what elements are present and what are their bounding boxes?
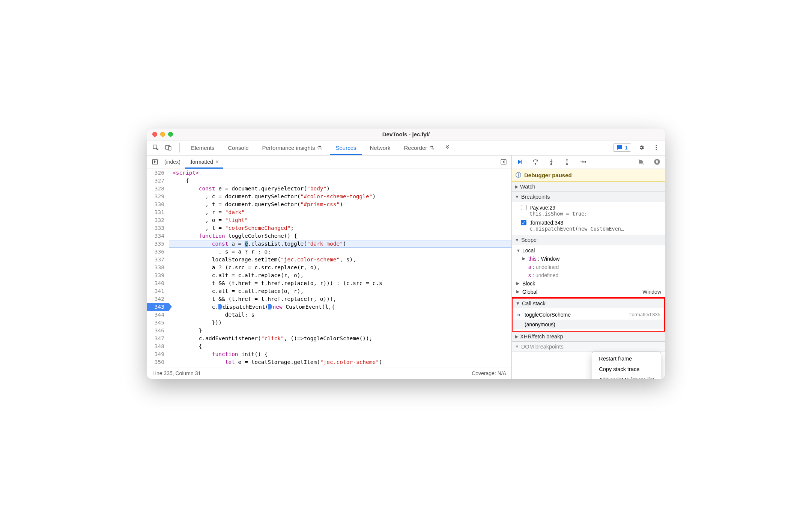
line-number[interactable]: 340 xyxy=(147,279,169,287)
navigator-toggle-icon[interactable] xyxy=(150,157,160,167)
file-tab-formatted[interactable]: :formatted × xyxy=(185,155,223,169)
line-number[interactable]: 330 xyxy=(147,201,169,208)
context-copy-stack-trace[interactable]: Copy stack trace xyxy=(592,364,661,374)
section-header-callstack[interactable]: ▼Call stack xyxy=(513,299,664,308)
code-line[interactable]: 343 c.dispatchEvent(new CustomEvent(l,{ xyxy=(147,303,511,311)
line-number[interactable]: 338 xyxy=(147,264,169,272)
code-line[interactable]: 331 , r = "dark" xyxy=(147,208,511,216)
section-header-breakpoints[interactable]: ▼Breakpoints xyxy=(512,192,665,202)
line-number[interactable]: 328 xyxy=(147,185,169,193)
section-header-xhr[interactable]: ▶XHR/fetch breakp xyxy=(512,332,665,341)
line-number[interactable]: 331 xyxy=(147,208,169,216)
step-out-icon[interactable] xyxy=(562,157,572,167)
line-number[interactable]: 326 xyxy=(147,169,169,177)
line-number[interactable]: 346 xyxy=(147,327,169,335)
line-number[interactable]: 332 xyxy=(147,216,169,224)
code-editor[interactable]: 326<script>327 {328 const e = document.q… xyxy=(147,169,511,368)
scope-block[interactable]: ▶Block xyxy=(512,279,665,288)
code-line[interactable]: 339 c.alt = c.alt.replace(r, o), xyxy=(147,272,511,279)
section-header-watch[interactable]: ▶Watch xyxy=(512,182,665,192)
breakpoint-item[interactable]: Pay.vue:29this.isShow = true; xyxy=(512,203,665,218)
line-number[interactable]: 349 xyxy=(147,350,169,358)
line-number[interactable]: 337 xyxy=(147,256,169,264)
kebab-menu-icon[interactable] xyxy=(651,143,661,152)
more-files-icon[interactable] xyxy=(499,157,508,167)
context-add-ignore-list[interactable]: Add script to ignore list xyxy=(592,374,661,379)
code-line[interactable]: 328 const e = document.querySelector("bo… xyxy=(147,185,511,193)
tab-recorder[interactable]: Recorder ⚗ xyxy=(399,140,440,155)
code-line[interactable]: 338 a ? (c.src = c.src.replace(r, o), xyxy=(147,264,511,272)
pause-exceptions-icon[interactable] xyxy=(652,157,662,167)
inspect-element-icon[interactable] xyxy=(151,143,161,152)
line-number[interactable]: 347 xyxy=(147,335,169,343)
settings-icon[interactable] xyxy=(636,143,646,152)
line-number[interactable]: 341 xyxy=(147,287,169,295)
code-line[interactable]: 348 { xyxy=(147,343,511,350)
code-line[interactable]: 350 let e = localStorage.getItem("jec.co… xyxy=(147,358,511,366)
code-line[interactable]: 333 , l = "colorSchemeChanged"; xyxy=(147,224,511,232)
line-number[interactable]: 329 xyxy=(147,193,169,201)
line-number[interactable]: 345 xyxy=(147,319,169,327)
tab-network[interactable]: Network xyxy=(365,140,396,155)
code-line[interactable]: 344 detail: s xyxy=(147,311,511,319)
code-line[interactable]: 341 c.alt = c.alt.replace(o, r), xyxy=(147,287,511,295)
line-number[interactable]: 339 xyxy=(147,272,169,279)
code-line[interactable]: 345 })) xyxy=(147,319,511,327)
step-over-icon[interactable] xyxy=(531,157,540,167)
line-number[interactable]: 336 xyxy=(147,248,169,256)
line-number[interactable]: 327 xyxy=(147,177,169,185)
section-header-dom[interactable]: ▼DOM breakpoints xyxy=(512,342,665,352)
close-window-button[interactable] xyxy=(152,132,157,137)
code-line[interactable]: 346 } xyxy=(147,327,511,335)
device-toggle-icon[interactable] xyxy=(164,143,173,152)
code-line[interactable]: 329 , c = document.querySelector("#color… xyxy=(147,193,511,201)
breakpoint-item[interactable]: ✓:formatted:343c.dispatchEvent(new Custo… xyxy=(512,218,665,233)
code-line[interactable]: 335 const a = e.classList.toggle("dark-m… xyxy=(147,240,511,248)
line-number[interactable]: 343 xyxy=(147,303,169,311)
tab-console[interactable]: Console xyxy=(223,140,254,155)
checkbox-icon[interactable]: ✓ xyxy=(521,220,526,225)
tab-elements[interactable]: Elements xyxy=(186,140,220,155)
resume-icon[interactable] xyxy=(515,157,525,167)
line-number[interactable]: 344 xyxy=(147,311,169,319)
section-header-scope[interactable]: ▼Scope xyxy=(512,235,665,245)
line-number[interactable]: 348 xyxy=(147,343,169,350)
line-number[interactable]: 351 xyxy=(147,366,169,368)
tab-sources[interactable]: Sources xyxy=(330,140,361,155)
scope-global[interactable]: ▶GlobalWindow xyxy=(512,288,665,296)
code-line[interactable]: 327 { xyxy=(147,177,511,185)
code-line[interactable]: 336 , s = a ? r : o; xyxy=(147,248,511,256)
code-line[interactable]: 349 function init() { xyxy=(147,350,511,358)
more-tabs-icon[interactable] xyxy=(442,143,452,152)
issues-badge[interactable]: 1 xyxy=(613,143,631,152)
code-line[interactable]: 340 t && (t.href = t.href.replace(o, r))… xyxy=(147,279,511,287)
maximize-window-button[interactable] xyxy=(168,132,173,137)
code-line[interactable]: 347 c.addEventListener("click", ()=>togg… xyxy=(147,335,511,343)
context-restart-frame[interactable]: Restart frame xyxy=(592,353,661,364)
checkbox-icon[interactable] xyxy=(521,205,526,210)
scope-local[interactable]: ▼Local xyxy=(512,246,665,255)
line-number[interactable]: 334 xyxy=(147,232,169,240)
callstack-frame[interactable]: ➔toggleColorScheme:formatted:335 xyxy=(513,310,664,320)
step-icon[interactable] xyxy=(578,157,588,167)
line-number[interactable]: 350 xyxy=(147,358,169,366)
scope-variable[interactable]: a: undefined xyxy=(512,263,665,271)
code-line[interactable]: 330 , t = document.querySelector("#prism… xyxy=(147,201,511,208)
code-line[interactable]: 351 e = !e && matchMedia && matchMedia("… xyxy=(147,366,511,368)
tab-performance-insights[interactable]: Performance insights ⚗ xyxy=(257,140,328,155)
code-line[interactable]: 342 t && (t.href = t.href.replace(r, o))… xyxy=(147,295,511,303)
scope-this[interactable]: ▶this: Window xyxy=(512,255,665,263)
line-number[interactable]: 333 xyxy=(147,224,169,232)
code-line[interactable]: 326<script> xyxy=(147,169,511,177)
code-line[interactable]: 334 function toggleColorScheme() { xyxy=(147,232,511,240)
code-line[interactable]: 332 , o = "light" xyxy=(147,216,511,224)
line-number[interactable]: 335 xyxy=(147,240,169,248)
code-line[interactable]: 337 localStorage.setItem("jec.color-sche… xyxy=(147,256,511,264)
deactivate-breakpoints-icon[interactable] xyxy=(636,157,646,167)
step-into-icon[interactable] xyxy=(546,157,556,167)
scope-variable[interactable]: s: undefined xyxy=(512,271,665,279)
file-tab-index[interactable]: (index) xyxy=(160,155,185,169)
close-icon[interactable]: × xyxy=(215,158,219,165)
line-number[interactable]: 342 xyxy=(147,295,169,303)
callstack-frame[interactable]: (anonymous) xyxy=(513,320,664,329)
